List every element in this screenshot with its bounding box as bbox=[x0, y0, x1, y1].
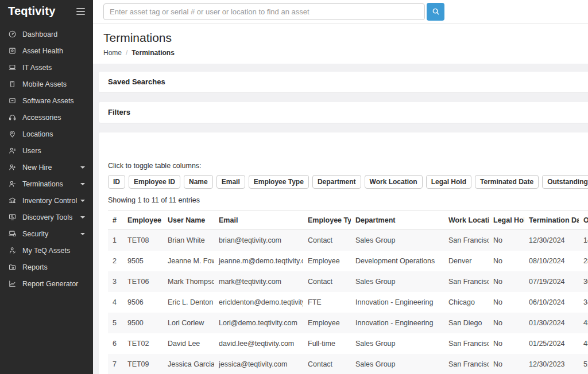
column-header-legal-hold[interactable]: Legal Hold bbox=[489, 211, 524, 230]
table-row[interactable]: 6TET02David Leedavid.lee@teqtivity.comFu… bbox=[108, 333, 588, 354]
sidebar-item-dashboard[interactable]: Dashboard bbox=[0, 26, 93, 42]
breadcrumb-home-link[interactable]: Home bbox=[103, 49, 122, 57]
table-cell: 287 bbox=[579, 251, 588, 271]
chevron-down-icon bbox=[80, 200, 85, 202]
table-cell: 9506 bbox=[123, 292, 163, 313]
sidebar-nav: DashboardAsset HealthIT AssetsMobile Ass… bbox=[0, 26, 93, 292]
terminations-table-card: Click to toggle table columns: IDEmploye… bbox=[99, 133, 588, 374]
folder-chart-icon bbox=[8, 263, 17, 271]
column-header-work-location[interactable]: Work Location bbox=[444, 211, 489, 230]
table-cell: Mark Thompson bbox=[163, 271, 214, 292]
sidebar-item-inventory-control[interactable]: Inventory Control bbox=[0, 192, 93, 209]
table-row[interactable]: 49506Eric L. Dentonericldenton@demo.teqt… bbox=[108, 292, 588, 313]
sidebar-item-software-assets[interactable]: Software Assets bbox=[0, 92, 93, 109]
table-cell: Chicago bbox=[444, 292, 489, 313]
dashboard-icon bbox=[8, 30, 17, 38]
filters-title: Filters bbox=[108, 108, 588, 116]
table-cell: Innovation - Engineering bbox=[351, 292, 444, 313]
sidebar-item-my-teq-assets[interactable]: My TeQ Assets bbox=[0, 242, 93, 259]
table-cell: TET02 bbox=[123, 333, 163, 354]
sidebar-item-terminations[interactable]: Terminations bbox=[0, 176, 93, 192]
table-cell: Brian White bbox=[163, 230, 214, 251]
saved-searches-title: Saved Searches bbox=[108, 77, 588, 86]
table-cell: 348 bbox=[579, 292, 588, 313]
sidebar-item-discovery-tools[interactable]: Discovery Tools bbox=[0, 209, 93, 225]
sidebar-item-label: Reports bbox=[22, 263, 85, 271]
table-cell: Eric L. Denton bbox=[163, 292, 214, 313]
toggle-column-button-terminated-date[interactable]: Terminated Date bbox=[475, 175, 539, 189]
sidebar-item-reports[interactable]: Reports bbox=[0, 259, 93, 275]
table-cell: No bbox=[489, 333, 524, 354]
asset-health-icon bbox=[8, 46, 17, 55]
chevron-down-icon bbox=[80, 233, 85, 235]
table-cell: San Francisco bbox=[444, 354, 489, 374]
table-cell: 5 bbox=[108, 313, 123, 333]
asset-search-input[interactable] bbox=[103, 3, 425, 20]
page-title: Terminations bbox=[103, 31, 588, 45]
toggle-column-button-legal-hold[interactable]: Legal Hold bbox=[426, 175, 471, 189]
toggle-column-button-outstanding-days[interactable]: Outstanding Days bbox=[542, 175, 588, 189]
table-cell: 309 bbox=[579, 271, 588, 292]
table-cell: 9505 bbox=[123, 251, 163, 271]
table-cell: 1 bbox=[108, 230, 123, 251]
terminations-table: #Employee IDUser NameEmailEmployee TypeD… bbox=[108, 211, 588, 374]
table-cell: david.lee@teqtivity.com bbox=[214, 333, 303, 354]
breadcrumb-separator: / bbox=[126, 49, 127, 57]
toggle-column-button-name[interactable]: Name bbox=[184, 175, 213, 189]
column-header-employee-type[interactable]: Employee Type bbox=[303, 211, 351, 230]
column-header-outstanding-days[interactable]: Outstanding Days bbox=[579, 211, 588, 230]
table-row[interactable]: 1TET08Brian Whitebrian@teqtivity.comCont… bbox=[108, 230, 588, 251]
table-row[interactable]: 3TET06Mark Thompsonmark@teqtivity.comCon… bbox=[108, 271, 588, 292]
table-cell: Innovation - Engineering bbox=[351, 313, 444, 333]
sidebar-item-report-generator[interactable]: Report Generator bbox=[0, 275, 93, 292]
table-cell: 145 bbox=[579, 230, 588, 251]
table-row[interactable]: 29505Jeanne M. Fowlerjeanne.m@demo.teqti… bbox=[108, 251, 588, 271]
sidebar-item-new-hire[interactable]: New Hire bbox=[0, 159, 93, 176]
column-header-employee-id[interactable]: Employee ID bbox=[123, 211, 163, 230]
table-cell: Sales Group bbox=[351, 230, 444, 251]
table-cell: 3 bbox=[108, 271, 123, 292]
toggle-column-button-department[interactable]: Department bbox=[312, 175, 361, 189]
toggle-column-button-email[interactable]: Email bbox=[216, 175, 245, 189]
sidebar-item-it-assets[interactable]: IT Assets bbox=[0, 59, 93, 76]
smartphone-icon bbox=[8, 80, 17, 88]
table-cell: 485 bbox=[579, 333, 588, 354]
sidebar-item-security[interactable]: Security bbox=[0, 225, 93, 242]
toggle-column-button-work-location[interactable]: Work Location bbox=[365, 175, 423, 189]
sidebar-item-mobile-assets[interactable]: Mobile Assets bbox=[0, 76, 93, 92]
hamburger-menu-icon[interactable] bbox=[76, 6, 85, 17]
topbar bbox=[93, 0, 588, 24]
toggle-column-button-id[interactable]: ID bbox=[108, 175, 125, 189]
column-header-department[interactable]: Department bbox=[351, 211, 444, 230]
sidebar-item-label: Dashboard bbox=[22, 30, 85, 38]
user-minus-icon bbox=[8, 180, 17, 188]
sidebar-item-users[interactable]: Users bbox=[0, 142, 93, 159]
sidebar-item-locations[interactable]: Locations bbox=[0, 126, 93, 142]
table-row[interactable]: 59500Lori CorlewLori@demo.teqtivity.comE… bbox=[108, 313, 588, 333]
column-header-[interactable]: # bbox=[108, 211, 123, 230]
toggle-columns-hint: Click to toggle table columns: bbox=[108, 162, 588, 170]
column-header-email[interactable]: Email bbox=[214, 211, 303, 230]
sidebar-item-asset-health[interactable]: Asset Health bbox=[0, 42, 93, 59]
sidebar-item-label: Locations bbox=[22, 130, 85, 138]
table-cell: San Diego bbox=[444, 313, 489, 333]
table-cell: No bbox=[489, 292, 524, 313]
search-button[interactable] bbox=[427, 3, 444, 21]
toggle-column-button-employee-id[interactable]: Employee ID bbox=[129, 175, 180, 189]
table-cell: San Francisco bbox=[444, 333, 489, 354]
table-cell: David Lee bbox=[163, 333, 214, 354]
table-cell: 08/10/2024 bbox=[524, 251, 579, 271]
table-row[interactable]: 7TET09Jessica Garciajessica@teqtivity.co… bbox=[108, 354, 588, 374]
filters-panel[interactable]: Filters bbox=[99, 102, 588, 123]
toggle-column-button-employee-type[interactable]: Employee Type bbox=[249, 175, 309, 189]
saved-searches-panel[interactable]: Saved Searches bbox=[99, 72, 588, 92]
sidebar-item-label: Security bbox=[22, 230, 77, 238]
table-cell: 7 bbox=[108, 354, 123, 374]
table-cell: Employee bbox=[303, 251, 351, 271]
headphones-icon bbox=[8, 113, 17, 122]
main-area: Terminations Home / Terminations Saved S… bbox=[93, 0, 588, 374]
sidebar-item-accessories[interactable]: Accessories bbox=[0, 109, 93, 126]
column-header-user-name[interactable]: User Name bbox=[163, 211, 214, 230]
column-header-termination-date[interactable]: Termination Date bbox=[524, 211, 579, 230]
table-cell: ericldenton@demo.teqtivity.com bbox=[214, 292, 303, 313]
